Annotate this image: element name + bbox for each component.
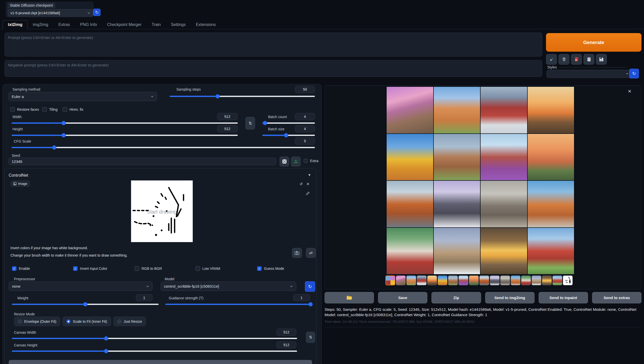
batch-size-input[interactable] — [295, 125, 315, 132]
gallery-image-10[interactable] — [434, 181, 480, 227]
collapse-arrow-icon[interactable]: ▼ — [308, 173, 311, 177]
zip-button[interactable]: Zip — [431, 292, 481, 303]
tiling-checkbox[interactable]: Tiling — [42, 107, 58, 112]
save-button[interactable]: Save — [378, 292, 427, 303]
thumbnail-image-12[interactable] — [511, 275, 521, 285]
invert-input-color-checkbox[interactable]: ✓Invert Input Color — [73, 266, 107, 271]
rgb-to-bgr-checkbox[interactable]: RGB to BGR — [135, 266, 162, 271]
tab-png-info[interactable]: PNG Info — [75, 20, 102, 29]
cfg-scale-input[interactable] — [295, 137, 315, 145]
gallery-image-16[interactable] — [528, 228, 574, 274]
checkpoint-dropdown[interactable]: v1-5-pruned.ckpt [e1441589a6] — [8, 9, 93, 17]
batch-count-input[interactable] — [295, 113, 315, 120]
gallery-image-7[interactable] — [481, 134, 527, 180]
gallery-image-11[interactable] — [481, 181, 527, 227]
swap-width-height-button[interactable]: ⇅ — [245, 117, 255, 130]
restore-faces-checkbox[interactable]: Restore faces — [10, 107, 39, 112]
slider-handle[interactable] — [83, 302, 87, 306]
paste-params-button[interactable]: ↙ — [546, 54, 557, 65]
preprocessor-dropdown[interactable]: none — [9, 282, 152, 291]
tab-settings[interactable]: Settings — [166, 20, 191, 29]
controlnet-image-tab[interactable]: Image — [11, 181, 30, 187]
height-input[interactable] — [217, 125, 237, 132]
styles-refresh-button[interactable]: ↻ — [629, 69, 639, 78]
thumbnail-image-8[interactable] — [469, 275, 479, 285]
random-seed-button[interactable] — [279, 157, 289, 166]
gallery-image-8[interactable] — [528, 134, 574, 180]
slider-handle[interactable] — [263, 121, 267, 125]
gallery-image-1[interactable] — [387, 87, 433, 133]
checkpoint-refresh-button[interactable]: ↻ — [93, 9, 101, 16]
gallery-image-9[interactable] — [387, 181, 433, 227]
tab-extensions[interactable]: Extensions — [191, 20, 221, 29]
gallery-image-13[interactable] — [387, 228, 433, 274]
width-input[interactable] — [217, 113, 237, 120]
enable-checkbox[interactable]: ✓Enable — [12, 266, 30, 271]
controlnet-model-dropdown[interactable]: control_scribble-fp16 [c508311e] — [161, 282, 296, 291]
thumbnail-image-2[interactable] — [406, 275, 416, 285]
slider-handle[interactable] — [62, 133, 66, 137]
thumbnail-image-5[interactable] — [438, 275, 447, 285]
controlnet-model-refresh-button[interactable]: ↻ — [305, 281, 315, 292]
batch-count-slider[interactable] — [262, 121, 315, 125]
open-folder-button[interactable] — [325, 292, 374, 303]
thumbnail-image-7[interactable] — [458, 275, 468, 285]
canvas-height-input[interactable] — [276, 341, 296, 348]
canvas-width-input[interactable] — [276, 329, 296, 336]
thumbnail-image-16[interactable] — [552, 275, 562, 285]
sampling-steps-input[interactable] — [295, 86, 315, 93]
controlnet-drawing-canvas[interactable]: Start drawing — [131, 180, 193, 242]
width-slider[interactable] — [12, 121, 238, 125]
copy-style-button[interactable] — [583, 54, 594, 65]
thumbnail-image-10[interactable] — [490, 275, 500, 285]
weight-input[interactable] — [136, 294, 152, 301]
send-to-inpaint-button[interactable]: Send to inpaint — [539, 292, 588, 303]
slider-handle[interactable] — [62, 121, 66, 125]
gallery-image-12[interactable] — [528, 181, 574, 227]
clear-canvas-icon[interactable]: ✕ — [306, 182, 310, 186]
send-to-img2img-button[interactable]: Send to img2img — [485, 292, 535, 303]
thumbnail-scribble-input[interactable] — [563, 275, 573, 285]
slider-handle[interactable] — [104, 349, 108, 353]
tab-txt2img[interactable]: txt2img — [3, 20, 28, 29]
clear-prompt-button[interactable] — [558, 54, 569, 65]
thumbnail-image-14[interactable] — [531, 275, 541, 285]
collapsed-section-bar[interactable] — [9, 360, 312, 364]
slider-handle[interactable] — [216, 94, 220, 98]
gallery-image-6[interactable] — [434, 134, 480, 180]
thumbnail-image-4[interactable] — [427, 275, 437, 285]
tab-train[interactable]: Train — [147, 20, 166, 29]
thumbnail-image-1[interactable] — [396, 275, 406, 285]
thumbnail-image-6[interactable] — [448, 275, 458, 285]
slider-handle[interactable] — [284, 133, 288, 137]
generate-button[interactable]: Generate — [546, 33, 641, 52]
gallery-image-4[interactable] — [528, 87, 574, 133]
thumbnail-grid-montage[interactable] — [385, 275, 395, 285]
gallery-image-15[interactable] — [481, 228, 527, 274]
weight-slider[interactable] — [12, 302, 159, 306]
thumbnail-image-13[interactable] — [521, 275, 531, 285]
swap-canvas-dimensions-button[interactable]: ⇅ — [306, 332, 315, 343]
reuse-seed-button[interactable] — [291, 157, 301, 166]
webcam-button[interactable] — [292, 248, 302, 258]
thumbnail-image-9[interactable] — [479, 275, 489, 285]
tab-img2img[interactable]: img2img — [28, 20, 53, 29]
send-to-extras-button[interactable]: Send to extras — [592, 292, 641, 303]
close-gallery-icon[interactable]: ✕ — [628, 89, 632, 94]
cfg-scale-slider[interactable] — [12, 146, 315, 149]
canvas-height-slider[interactable] — [12, 349, 297, 353]
slider-handle[interactable] — [309, 302, 313, 306]
gallery-image-2[interactable] — [434, 87, 480, 133]
resize-scale-to-fit-radio[interactable]: Scale to Fit (Inner Fit) — [63, 317, 111, 326]
slider-handle[interactable] — [104, 337, 108, 340]
thumbnail-image-3[interactable] — [417, 275, 427, 285]
thumbnail-image-15[interactable] — [542, 275, 552, 285]
low-vram-checkbox[interactable]: Low VRAM — [195, 266, 220, 271]
gallery-image-3[interactable] — [481, 87, 527, 133]
apply-style-button[interactable] — [571, 54, 582, 65]
brush-tool-button[interactable] — [304, 190, 311, 197]
extra-seed-checkbox[interactable]: Extra — [304, 159, 318, 163]
seed-input[interactable] — [8, 158, 276, 165]
resize-envelope-radio[interactable]: Envelope (Outer Fit) — [14, 317, 60, 326]
styles-dropdown[interactable] — [547, 70, 632, 78]
